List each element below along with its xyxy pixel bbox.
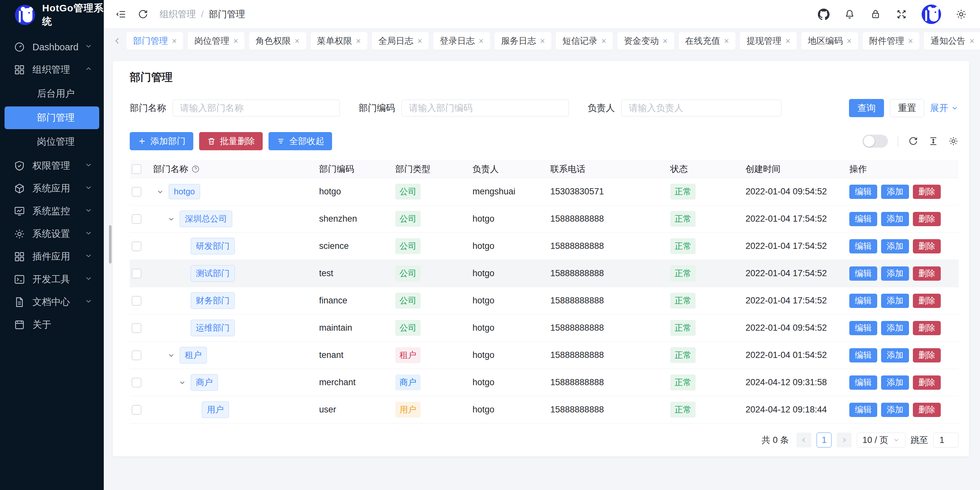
add-button[interactable]: 添加 [881, 212, 909, 226]
sidebar-item-system-monitor[interactable]: 系统监控 [0, 200, 104, 223]
close-icon[interactable]: × [663, 37, 668, 45]
tab-department-management[interactable]: 部门管理× [126, 32, 183, 49]
tab-sms-records[interactable]: 短信记录× [556, 32, 612, 49]
close-icon[interactable]: × [908, 37, 913, 45]
tabs-scroll-left-icon[interactable] [113, 36, 122, 45]
department-name-tag[interactable]: 测试部门 [191, 265, 235, 282]
tab-menu-permissions[interactable]: 菜单权限× [311, 32, 368, 49]
jump-to-input[interactable] [933, 433, 959, 447]
sidebar-item-system-settings[interactable]: 系统设置 [0, 223, 104, 245]
settings-gear-icon[interactable] [955, 8, 967, 20]
department-code-input[interactable] [401, 100, 569, 117]
edit-button[interactable]: 编辑 [849, 403, 877, 417]
tab-login-logs[interactable]: 登录日志× [433, 32, 490, 49]
fullscreen-icon[interactable] [896, 8, 907, 20]
table-row[interactable]: 测试部门 test 公司 hotgo 15888888888 正常 2022-0… [130, 260, 959, 287]
delete-button[interactable]: 删除 [913, 403, 941, 417]
sidebar-item-organization[interactable]: 组织管理 [0, 58, 104, 81]
edit-button[interactable]: 编辑 [849, 239, 877, 254]
edit-button[interactable]: 编辑 [849, 267, 877, 281]
tab-global-logs[interactable]: 全局日志× [372, 32, 429, 49]
vertical-scrollbar[interactable] [109, 225, 111, 263]
row-checkbox[interactable] [132, 378, 142, 388]
reset-button[interactable]: 重置 [890, 99, 924, 117]
department-name-tag[interactable]: 商户 [191, 374, 218, 391]
delete-button[interactable]: 删除 [913, 239, 941, 254]
close-icon[interactable]: × [417, 37, 422, 45]
query-button[interactable]: 查询 [849, 99, 884, 117]
delete-button[interactable]: 删除 [913, 185, 941, 199]
add-button[interactable]: 添加 [881, 321, 909, 335]
sidebar-item-permissions[interactable]: 权限管理 [0, 155, 104, 177]
sidebar-item-docs-center[interactable]: 文档中心 [0, 291, 104, 313]
edit-button[interactable]: 编辑 [849, 375, 877, 390]
close-icon[interactable]: × [601, 37, 606, 45]
tab-position-management[interactable]: 岗位管理× [188, 32, 245, 49]
row-checkbox[interactable] [132, 214, 142, 224]
close-icon[interactable]: × [172, 37, 177, 45]
tab-notice-announcement[interactable]: 通知公告× [924, 32, 980, 49]
close-icon[interactable]: × [786, 37, 790, 45]
sidebar-item-backend-users[interactable]: 后台用户 [5, 82, 99, 105]
sidebar-item-dashboard[interactable]: Dashboard [0, 36, 104, 58]
menu-fold-icon[interactable] [115, 9, 126, 20]
pagination-page-1[interactable]: 1 [816, 433, 832, 447]
table-density-icon[interactable] [928, 136, 939, 146]
tab-attachment-management[interactable]: 附件管理× [862, 32, 920, 49]
refresh-icon[interactable] [137, 9, 148, 20]
row-checkbox[interactable] [132, 187, 142, 197]
github-icon[interactable] [818, 8, 829, 20]
tab-online-recharge[interactable]: 在线充值× [679, 32, 735, 49]
table-row[interactable]: 用户 user 用户 hotgo 15888888888 正常 2024-04-… [130, 396, 959, 423]
close-icon[interactable]: × [233, 37, 238, 45]
tab-withdrawal-management[interactable]: 提现管理× [740, 32, 797, 49]
tree-collapse-icon[interactable] [156, 188, 169, 196]
striped-toggle[interactable] [862, 135, 888, 148]
table-row[interactable]: 商户 merchant 商户 hotgo 15888888888 正常 2024… [130, 369, 959, 396]
row-checkbox[interactable] [132, 241, 142, 251]
delete-button[interactable]: 删除 [913, 294, 941, 308]
help-icon[interactable] [191, 165, 200, 173]
sidebar-item-plugin-apps[interactable]: 插件应用 [0, 245, 104, 268]
row-checkbox[interactable] [132, 405, 142, 415]
department-name-tag[interactable]: 财务部门 [191, 292, 235, 309]
add-button[interactable]: 添加 [881, 403, 909, 417]
delete-button[interactable]: 删除 [913, 321, 941, 335]
sidebar-item-position-management[interactable]: 岗位管理 [5, 131, 99, 153]
batch-delete-button[interactable]: 批量删除 [199, 132, 262, 150]
edit-button[interactable]: 编辑 [849, 185, 877, 199]
tree-collapse-icon[interactable] [167, 351, 180, 359]
department-name-tag[interactable]: hotgo [169, 184, 200, 199]
close-icon[interactable]: × [540, 37, 545, 45]
close-icon[interactable]: × [294, 37, 299, 45]
tab-role-permissions[interactable]: 角色权限× [249, 32, 306, 49]
table-row[interactable]: 研发部门 science 公司 hotgo 15888888888 正常 202… [130, 233, 959, 260]
sidebar-item-about[interactable]: 关于 [0, 313, 104, 336]
department-name-tag[interactable]: 研发部门 [191, 238, 235, 254]
breadcrumb-parent[interactable]: 组织管理 [159, 8, 196, 21]
table-row[interactable]: hotgo hotgo 公司 mengshuai 15303830571 正常 … [130, 178, 959, 206]
delete-button[interactable]: 删除 [913, 267, 941, 281]
breadcrumb-current[interactable]: 部门管理 [209, 8, 245, 21]
table-refresh-icon[interactable] [908, 136, 918, 146]
tree-collapse-icon[interactable] [178, 379, 191, 386]
add-button[interactable]: 添加 [881, 348, 909, 362]
edit-button[interactable]: 编辑 [849, 321, 877, 335]
department-name-input[interactable] [172, 100, 340, 117]
row-checkbox[interactable] [132, 296, 142, 306]
add-button[interactable]: 添加 [881, 267, 909, 281]
add-button[interactable]: 添加 [881, 294, 909, 308]
row-checkbox[interactable] [132, 269, 142, 278]
department-name-tag[interactable]: 运维部门 [191, 320, 235, 336]
table-row[interactable]: 租户 tenant 租户 hotgo 15888888888 正常 2022-0… [130, 342, 959, 369]
department-name-tag[interactable]: 用户 [202, 401, 229, 418]
table-row[interactable]: 运维部门 maintain 公司 hotgo 15888888888 正常 20… [130, 314, 959, 342]
pagination-prev-button[interactable] [797, 433, 811, 447]
page-size-select[interactable]: 10 / 页 [857, 433, 905, 447]
table-row[interactable]: 深圳总公司 shenzhen 公司 hotgo 15888888888 正常 2… [130, 206, 959, 233]
delete-button[interactable]: 删除 [913, 375, 941, 390]
tab-service-logs[interactable]: 服务日志× [495, 32, 551, 49]
sidebar-item-system-apps[interactable]: 系统应用 [0, 177, 104, 200]
add-button[interactable]: 添加 [881, 185, 909, 199]
pagination-next-button[interactable] [837, 433, 851, 447]
